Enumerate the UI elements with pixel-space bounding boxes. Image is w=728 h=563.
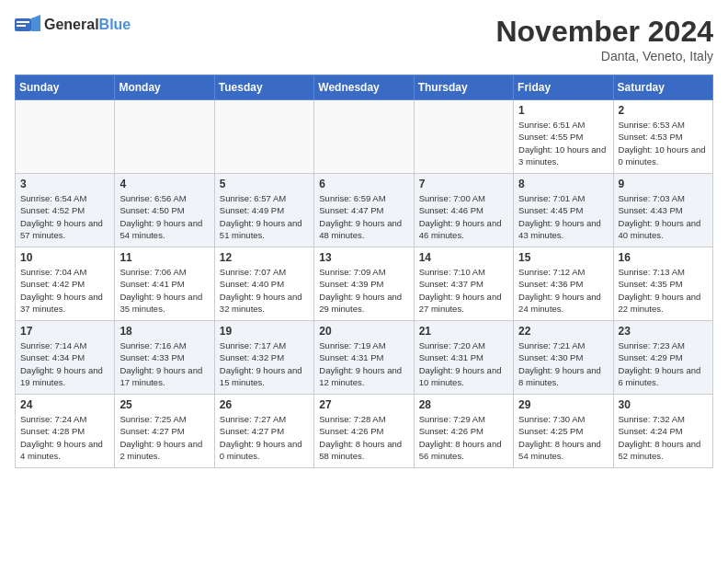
- day-info: Sunrise: 6:54 AM Sunset: 4:52 PM Dayligh…: [20, 192, 109, 241]
- day-number: 4: [119, 178, 209, 190]
- calendar-table: SundayMondayTuesdayWednesdayThursdayFrid…: [15, 75, 713, 468]
- day-number: 12: [220, 251, 309, 264]
- day-number: 27: [319, 398, 408, 411]
- calendar-cell: 14Sunrise: 7:10 AM Sunset: 4:37 PM Dayli…: [414, 247, 513, 321]
- day-info: Sunrise: 7:25 AM Sunset: 4:27 PM Dayligh…: [119, 413, 209, 462]
- day-number: 23: [619, 325, 708, 338]
- calendar-cell: [16, 100, 115, 174]
- week-row-3: 10Sunrise: 7:04 AM Sunset: 4:42 PM Dayli…: [16, 247, 713, 321]
- day-number: 22: [518, 325, 608, 338]
- calendar-cell: 15Sunrise: 7:12 AM Sunset: 4:36 PM Dayli…: [514, 247, 613, 321]
- calendar-cell: 5Sunrise: 6:57 AM Sunset: 4:49 PM Daylig…: [214, 174, 313, 247]
- calendar-cell: 4Sunrise: 6:56 AM Sunset: 4:50 PM Daylig…: [115, 174, 214, 247]
- calendar-cell: 18Sunrise: 7:16 AM Sunset: 4:33 PM Dayli…: [115, 321, 214, 395]
- day-info: Sunrise: 7:19 AM Sunset: 4:31 PM Dayligh…: [319, 339, 408, 388]
- day-header-tuesday: Tuesday: [214, 75, 313, 100]
- calendar-cell: 29Sunrise: 7:30 AM Sunset: 4:25 PM Dayli…: [514, 395, 613, 468]
- day-info: Sunrise: 7:04 AM Sunset: 4:42 PM Dayligh…: [20, 266, 109, 315]
- day-info: Sunrise: 7:20 AM Sunset: 4:31 PM Dayligh…: [419, 339, 508, 388]
- svg-marker-1: [31, 15, 40, 31]
- day-info: Sunrise: 7:03 AM Sunset: 4:43 PM Dayligh…: [619, 192, 708, 241]
- day-info: Sunrise: 7:32 AM Sunset: 4:24 PM Dayligh…: [619, 413, 708, 462]
- day-info: Sunrise: 7:10 AM Sunset: 4:37 PM Dayligh…: [419, 266, 508, 315]
- day-number: 18: [119, 325, 209, 338]
- calendar-cell: 12Sunrise: 7:07 AM Sunset: 4:40 PM Dayli…: [214, 247, 313, 321]
- day-info: Sunrise: 7:09 AM Sunset: 4:39 PM Dayligh…: [319, 266, 408, 315]
- day-number: 26: [220, 398, 309, 411]
- day-info: Sunrise: 6:56 AM Sunset: 4:50 PM Dayligh…: [119, 192, 209, 241]
- day-info: Sunrise: 7:30 AM Sunset: 4:25 PM Dayligh…: [518, 413, 608, 462]
- calendar-cell: 23Sunrise: 7:23 AM Sunset: 4:29 PM Dayli…: [613, 321, 712, 395]
- svg-rect-3: [17, 25, 26, 27]
- week-row-1: 1Sunrise: 6:51 AM Sunset: 4:55 PM Daylig…: [16, 100, 713, 174]
- logo-general-text: General: [44, 17, 99, 32]
- day-info: Sunrise: 6:53 AM Sunset: 4:53 PM Dayligh…: [619, 119, 708, 167]
- day-header-friday: Friday: [514, 75, 613, 100]
- day-info: Sunrise: 6:57 AM Sunset: 4:49 PM Dayligh…: [220, 192, 309, 241]
- day-number: 28: [419, 398, 508, 411]
- day-info: Sunrise: 7:00 AM Sunset: 4:46 PM Dayligh…: [419, 192, 508, 241]
- day-info: Sunrise: 7:13 AM Sunset: 4:35 PM Dayligh…: [619, 266, 708, 315]
- calendar-cell: 21Sunrise: 7:20 AM Sunset: 4:31 PM Dayli…: [414, 321, 513, 395]
- calendar-cell: 27Sunrise: 7:28 AM Sunset: 4:26 PM Dayli…: [314, 395, 414, 468]
- calendar-cell: 13Sunrise: 7:09 AM Sunset: 4:39 PM Dayli…: [314, 247, 414, 321]
- day-info: Sunrise: 7:12 AM Sunset: 4:36 PM Dayligh…: [518, 266, 608, 315]
- calendar-cell: [115, 100, 214, 174]
- calendar-cell: [314, 100, 414, 174]
- day-number: 6: [319, 178, 408, 190]
- calendar-cell: [214, 100, 313, 174]
- calendar-cell: 22Sunrise: 7:21 AM Sunset: 4:30 PM Dayli…: [514, 321, 613, 395]
- logo-icon: [15, 15, 40, 35]
- day-header-thursday: Thursday: [414, 75, 513, 100]
- day-info: Sunrise: 7:06 AM Sunset: 4:41 PM Dayligh…: [119, 266, 209, 315]
- day-header-saturday: Saturday: [613, 75, 712, 100]
- location-text: Danta, Veneto, Italy: [495, 49, 713, 63]
- header-row: SundayMondayTuesdayWednesdayThursdayFrid…: [16, 75, 713, 100]
- week-row-4: 17Sunrise: 7:14 AM Sunset: 4:34 PM Dayli…: [16, 321, 713, 395]
- calendar-cell: 3Sunrise: 6:54 AM Sunset: 4:52 PM Daylig…: [16, 174, 115, 247]
- day-number: 19: [220, 325, 309, 338]
- day-number: 29: [518, 398, 608, 411]
- day-info: Sunrise: 7:01 AM Sunset: 4:45 PM Dayligh…: [518, 192, 608, 241]
- calendar-cell: 24Sunrise: 7:24 AM Sunset: 4:28 PM Dayli…: [16, 395, 115, 468]
- day-number: 14: [419, 251, 508, 264]
- logo-blue-text: Blue: [99, 17, 131, 32]
- calendar-cell: 20Sunrise: 7:19 AM Sunset: 4:31 PM Dayli…: [314, 321, 414, 395]
- day-number: 8: [518, 178, 608, 190]
- calendar-cell: 11Sunrise: 7:06 AM Sunset: 4:41 PM Dayli…: [115, 247, 214, 321]
- calendar-cell: 8Sunrise: 7:01 AM Sunset: 4:45 PM Daylig…: [514, 174, 613, 247]
- day-info: Sunrise: 6:51 AM Sunset: 4:55 PM Dayligh…: [518, 119, 608, 167]
- day-info: Sunrise: 7:17 AM Sunset: 4:32 PM Dayligh…: [220, 339, 309, 388]
- day-number: 21: [419, 325, 508, 338]
- day-number: 1: [518, 104, 608, 117]
- day-info: Sunrise: 7:16 AM Sunset: 4:33 PM Dayligh…: [119, 339, 209, 388]
- month-title: November 2024: [495, 15, 713, 49]
- day-header-wednesday: Wednesday: [314, 75, 414, 100]
- day-number: 20: [319, 325, 408, 338]
- day-info: Sunrise: 7:07 AM Sunset: 4:40 PM Dayligh…: [220, 266, 309, 315]
- day-number: 16: [619, 251, 708, 264]
- day-info: Sunrise: 7:29 AM Sunset: 4:26 PM Dayligh…: [419, 413, 508, 462]
- day-number: 13: [319, 251, 408, 264]
- day-number: 5: [220, 178, 309, 190]
- day-number: 9: [619, 178, 708, 190]
- week-row-5: 24Sunrise: 7:24 AM Sunset: 4:28 PM Dayli…: [16, 395, 713, 468]
- calendar-cell: 26Sunrise: 7:27 AM Sunset: 4:27 PM Dayli…: [214, 395, 313, 468]
- day-number: 3: [20, 178, 109, 190]
- calendar-cell: 28Sunrise: 7:29 AM Sunset: 4:26 PM Dayli…: [414, 395, 513, 468]
- calendar-cell: 2Sunrise: 6:53 AM Sunset: 4:53 PM Daylig…: [613, 100, 712, 174]
- day-info: Sunrise: 7:14 AM Sunset: 4:34 PM Dayligh…: [20, 339, 109, 388]
- day-info: Sunrise: 6:59 AM Sunset: 4:47 PM Dayligh…: [319, 192, 408, 241]
- calendar-cell: [414, 100, 513, 174]
- title-area: November 2024 Danta, Veneto, Italy: [495, 15, 713, 63]
- calendar-cell: 25Sunrise: 7:25 AM Sunset: 4:27 PM Dayli…: [115, 395, 214, 468]
- day-number: 25: [119, 398, 209, 411]
- calendar-cell: 30Sunrise: 7:32 AM Sunset: 4:24 PM Dayli…: [613, 395, 712, 468]
- day-header-sunday: Sunday: [16, 75, 115, 100]
- day-info: Sunrise: 7:23 AM Sunset: 4:29 PM Dayligh…: [619, 339, 708, 388]
- day-number: 30: [619, 398, 708, 411]
- day-number: 24: [20, 398, 109, 411]
- day-header-monday: Monday: [115, 75, 214, 100]
- day-number: 17: [20, 325, 109, 338]
- day-info: Sunrise: 7:21 AM Sunset: 4:30 PM Dayligh…: [518, 339, 608, 388]
